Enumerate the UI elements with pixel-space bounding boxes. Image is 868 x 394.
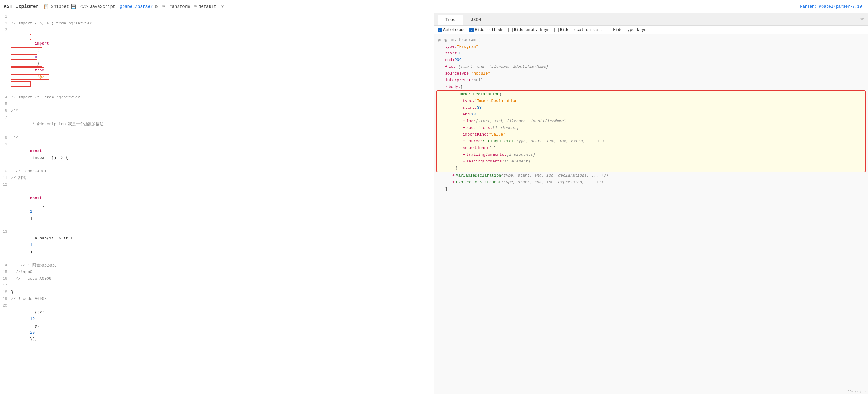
code-line-12: 12 const a = [ 1 ] — [0, 181, 434, 228]
hide-methods-option[interactable]: Hide methods — [469, 27, 503, 32]
ast-expression-expand[interactable]: + — [452, 179, 455, 186]
ast-import-decl-line[interactable]: - ImportDeclaration { — [437, 91, 865, 98]
snippet-label: Snippet — [51, 4, 69, 9]
app-title: AST Explorer — [4, 4, 39, 9]
js-tag-icon: </> — [80, 4, 88, 9]
code-line-11: 11 // 测试 — [0, 175, 434, 181]
ast-start-key: start: — [445, 50, 459, 57]
code-line-19: 19 // ! code-A0008 — [0, 296, 434, 302]
code-line-18: 18 } — [0, 289, 434, 296]
ast-body-line[interactable]: - body: [ — [434, 84, 868, 90]
code-line-15: 15 //!app0 — [0, 269, 434, 276]
ast-import-type-val: "ImportDeclaration" — [474, 98, 520, 105]
ast-body-close-bracket: ] — [434, 186, 868, 192]
ast-import-loc-val: {start, end, filename, identifierName} — [476, 118, 566, 124]
ast-type-line: type: "Program" — [434, 44, 868, 50]
hide-type-keys-option[interactable]: Hide type keys — [608, 27, 646, 32]
hide-location-option[interactable]: Hide location data — [555, 27, 603, 32]
code-line-13: 13 a.map(it => it + 1 ) — [0, 228, 434, 262]
ast-variable-type: VariableDeclaration — [456, 172, 501, 179]
line-num-20: 20 — [0, 302, 11, 309]
autofocus-checkbox[interactable] — [438, 28, 442, 32]
ast-loc-line[interactable]: + loc: {start, end, filename, identifier… — [434, 63, 868, 70]
hide-type-keys-checkbox[interactable] — [608, 28, 612, 32]
hide-empty-keys-label: Hide empty keys — [514, 27, 550, 32]
code-line-14: 14 // ! 阿金短发短发 — [0, 262, 434, 269]
line-num-9: 9 — [0, 141, 11, 148]
hide-methods-label: Hide methods — [475, 27, 503, 32]
line-content-11: // 测试 — [11, 175, 434, 181]
ast-variable-expand[interactable]: + — [452, 172, 455, 179]
ast-import-specifiers-line[interactable]: + specifiers: [1 element] — [437, 124, 865, 131]
tab-tree[interactable]: Tree — [438, 15, 463, 25]
ast-content[interactable]: program: Program { type: "Program" start… — [434, 34, 868, 389]
ast-import-leading-expand[interactable]: + — [463, 158, 465, 165]
line-num-19: 19 — [0, 296, 11, 302]
help-button[interactable]: ? — [221, 4, 224, 9]
hide-empty-keys-checkbox[interactable] — [508, 28, 513, 32]
ast-import-close-brace: } — [437, 165, 865, 172]
autofocus-option[interactable]: Autofocus — [438, 27, 465, 32]
line-num-13: 13 — [0, 228, 11, 235]
hide-type-keys-label: Hide type keys — [613, 27, 646, 32]
ast-panel: Tree JSON 3m Autofocus Hide methods Hide… — [434, 13, 868, 394]
snippet-icon: 📋 — [43, 4, 49, 10]
ast-variable-decl-line[interactable]: + VariableDeclaration {type, start, end,… — [434, 172, 868, 179]
ast-expression-meta: {type, start, end, loc, expression, ... … — [501, 179, 603, 186]
tab-json[interactable]: JSON — [463, 15, 489, 25]
line-content-2: // import { b, a } from '@/servier' — [11, 20, 434, 27]
ast-import-end-val: 61 — [472, 111, 477, 118]
bottom-note: CDN @-jun — [434, 389, 868, 394]
ast-body-collapse[interactable]: - — [445, 84, 447, 90]
ast-import-open-brace: { — [499, 91, 502, 98]
line-content-3: import { c } from '@/c' — [11, 27, 434, 94]
ast-import-specifiers-key: specifiers: — [466, 124, 493, 131]
ast-expression-type: ExpressionStatement — [456, 179, 501, 186]
gear-icon[interactable]: ⚙ — [155, 4, 158, 10]
hide-empty-keys-option[interactable]: Hide empty keys — [508, 27, 550, 32]
ast-sourcetype-key: sourceType: — [445, 70, 471, 77]
line-num-7: 7 — [0, 114, 11, 121]
javascript-label: JavaScript — [90, 4, 115, 9]
ast-loc-val: {start, end, filename, identifierName} — [458, 63, 548, 70]
line-content-16: // ! code-A0009 — [11, 276, 434, 282]
hide-methods-checkbox[interactable] — [469, 28, 474, 32]
ast-body-close: ] — [445, 186, 447, 192]
import-highlight-box: import { c } from '@/c' — [11, 34, 49, 87]
ast-loc-key: loc: — [448, 63, 458, 70]
snippet-save-icon: 💾 — [71, 4, 76, 9]
line-num-10: 10 — [0, 168, 11, 175]
ast-loc-expand[interactable]: + — [445, 63, 447, 70]
ast-import-loc-line[interactable]: + loc: {start, end, filename, identifier… — [437, 118, 865, 124]
line-num-3: 3 — [0, 27, 11, 34]
default-section[interactable]: ⌨ default — [194, 4, 216, 9]
ast-import-trailing-val: [2 elements] — [506, 151, 535, 158]
hide-location-checkbox[interactable] — [555, 28, 559, 32]
line-content-19: // ! code-A0008 — [11, 296, 434, 302]
default-label: default — [198, 4, 217, 9]
ast-import-source-line[interactable]: + source: StringLiteral {type, start, en… — [437, 138, 865, 145]
ast-expression-stmt-line[interactable]: + ExpressionStatement {type, start, end,… — [434, 179, 868, 186]
line-num-1: 1 — [0, 13, 11, 20]
ast-import-assertions-key: assertions: — [463, 145, 489, 151]
javascript-section[interactable]: </> JavaScript — [80, 4, 115, 9]
ast-import-close-bracket: } — [455, 165, 458, 172]
ast-import-loc-key: loc: — [466, 118, 476, 124]
ast-import-type-line: type: "ImportDeclaration" — [437, 98, 865, 105]
snippet-section[interactable]: 📋 Snippet 💾 — [43, 4, 76, 10]
transform-section[interactable]: ⌨ Transform — [162, 4, 190, 10]
code-editor[interactable]: 1 2 // import { b, a } from '@/servier' … — [0, 13, 434, 394]
ast-import-loc-expand[interactable]: + — [463, 118, 465, 124]
ast-import-specifiers-expand[interactable]: + — [463, 124, 465, 131]
ast-import-leading-line[interactable]: + leadingComments: [1 element] — [437, 158, 865, 165]
ast-import-collapse[interactable]: - — [455, 91, 458, 98]
line-num-5: 5 — [0, 101, 11, 108]
ast-import-trailing-line[interactable]: + trailingComments: [2 elements] — [437, 151, 865, 158]
code-line-3: 3 import { c } from '@/c' — [0, 27, 434, 94]
ast-import-trailing-expand[interactable]: + — [463, 151, 465, 158]
ast-start-line: start: 0 — [434, 50, 868, 57]
ast-import-source-expand[interactable]: + — [463, 138, 465, 145]
parser-section[interactable]: @babel/parser ⚙ — [120, 4, 158, 10]
line-num-6: 6 — [0, 108, 11, 114]
line-content-6: /** — [11, 108, 434, 114]
